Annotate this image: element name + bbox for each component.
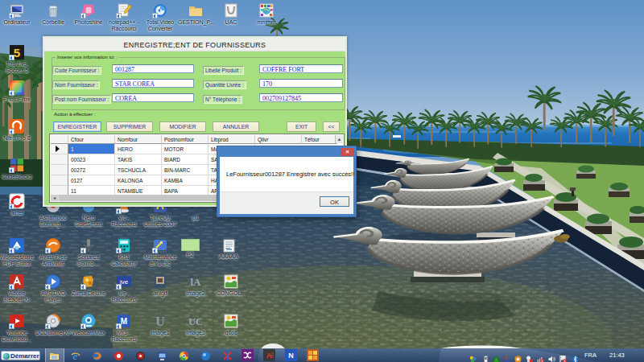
svg-text:W: W [506, 359, 510, 362]
svg-text:A: A [266, 352, 272, 360]
svg-text:e: e [73, 351, 78, 361]
svg-text:N: N [288, 352, 294, 360]
svg-text:M: M [121, 317, 127, 326]
svg-text:U: U [155, 315, 165, 328]
svg-text:lA: lA [191, 276, 202, 288]
svg-text:UC: UC [188, 316, 202, 327]
